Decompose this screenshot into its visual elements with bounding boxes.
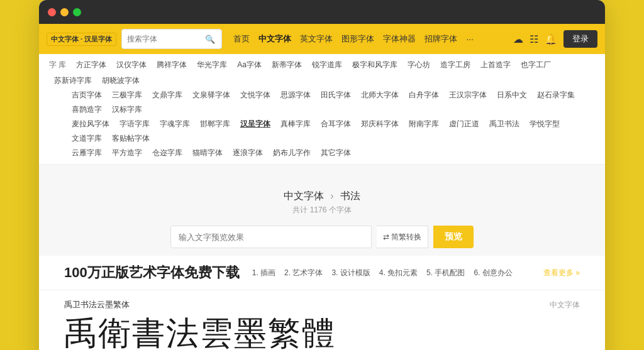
promo-link-5[interactable]: 5. 手机配图 bbox=[426, 268, 465, 278]
promo-title: 100万正版艺术字体免费下载 bbox=[64, 263, 240, 282]
font-nav-item[interactable]: 方正字体 bbox=[71, 58, 111, 72]
font-nav-item[interactable]: 郑庆科字体 bbox=[356, 117, 404, 131]
font-card-header: 禹卫书法云墨繁体 中文字体 bbox=[64, 299, 580, 310]
font-nav-item[interactable]: 造字工房 bbox=[435, 58, 475, 72]
font-nav-item[interactable]: 苏新诗字库 bbox=[49, 74, 97, 88]
font-nav-item[interactable]: 日系中文 bbox=[492, 88, 532, 102]
font-nav: 字 库 方正字体 汉仪字体 腾祥字体 华光字库 Aa字体 新蒂字体 锐字道库 极… bbox=[39, 54, 605, 165]
font-nav-item[interactable]: 王汉宗字体 bbox=[444, 88, 492, 102]
breadcrumb-area: 中文字体 › 书法 共计 1176 个字体 bbox=[39, 180, 605, 218]
navbar: 中文字体 · 汉呈字体 🔍 首页 中文字体 英文字体 图形字体 字体神器 招牌字… bbox=[39, 24, 605, 54]
font-nav-item[interactable]: 麦拉风字体 bbox=[67, 117, 114, 131]
preview-button[interactable]: 预览 bbox=[433, 226, 474, 248]
promo-banner: 100万正版艺术字体免费下载 1. 插画 2. 艺术字体 3. 设计模版 4. … bbox=[39, 256, 605, 290]
cloud-icon[interactable]: ☁ bbox=[513, 33, 523, 45]
font-nav-item[interactable]: 仓迩字库 bbox=[147, 146, 187, 160]
nav-icons: ☁ ☷ 🔔 登录 bbox=[513, 30, 597, 48]
font-nav-item[interactable]: 云雁字库 bbox=[67, 146, 107, 160]
breadcrumb-parent[interactable]: 中文字体 bbox=[284, 190, 324, 201]
font-nav-item[interactable]: 思源字体 bbox=[275, 88, 316, 102]
nav-home[interactable]: 首页 bbox=[233, 33, 250, 45]
nav-english[interactable]: 英文字体 bbox=[300, 33, 333, 45]
font-nav-item[interactable]: 文悦字体 bbox=[235, 88, 275, 102]
font-nav-item[interactable]: 字语字库 bbox=[114, 117, 155, 131]
font-nav-item[interactable]: 上首造字 bbox=[475, 58, 516, 72]
nav-signage[interactable]: 招牌字体 bbox=[425, 33, 457, 45]
font-nav-item[interactable]: 白舟字体 bbox=[404, 88, 444, 102]
close-button[interactable] bbox=[48, 8, 56, 16]
preview-input[interactable] bbox=[170, 226, 372, 248]
font-nav-item[interactable]: 腾祥字体 bbox=[152, 58, 192, 72]
font-nav-item[interactable]: 汉标字库 bbox=[107, 102, 147, 117]
font-nav-item[interactable]: 华光字库 bbox=[192, 58, 232, 72]
font-nav-item[interactable]: 胡晓波字体 bbox=[97, 74, 145, 88]
font-nav-item[interactable]: 禹卫书法 bbox=[484, 117, 525, 131]
brand-label: 中文字体 · 汉呈字体 bbox=[47, 33, 116, 46]
breadcrumb-current: 书法 bbox=[340, 190, 360, 201]
font-nav-item[interactable]: 北师大字体 bbox=[356, 88, 404, 102]
font-nav-item[interactable]: 奶布儿字作 bbox=[268, 146, 316, 160]
font-nav-item[interactable]: 猫晴字体 bbox=[187, 146, 228, 160]
font-nav-row1: 字 库 方正字体 汉仪字体 腾祥字体 华光字库 Aa字体 新蒂字体 锐字道库 极… bbox=[49, 58, 595, 88]
font-nav-item[interactable]: 虚门正道 bbox=[444, 117, 484, 131]
font-card-preview: 禹衛書法雲墨繁體 bbox=[64, 315, 580, 350]
grid-icon[interactable]: ☷ bbox=[530, 33, 538, 45]
font-nav-item[interactable]: 客贴帖字体 bbox=[107, 131, 155, 146]
main-content: 中文字体 › 书法 共计 1176 个字体 ⇄ 简繁转换 预览 100万正版艺术… bbox=[39, 165, 605, 350]
font-nav-item[interactable]: 新蒂字体 bbox=[267, 58, 307, 72]
promo-link-2[interactable]: 2. 艺术字体 bbox=[284, 268, 323, 278]
search-icon: 🔍 bbox=[205, 35, 215, 44]
nav-graphic[interactable]: 图形字体 bbox=[341, 33, 374, 45]
titlebar bbox=[39, 0, 605, 24]
font-nav-item[interactable]: 真棒字库 bbox=[275, 117, 316, 131]
font-nav-item[interactable]: 字心坊 bbox=[402, 58, 435, 72]
font-list: 禹卫书法云墨繁体 中文字体 禹衛書法雲墨繁體 ☆ 收藏 ↓ 本地下载 共2286… bbox=[39, 290, 605, 350]
font-nav-item-active[interactable]: 汉呈字体 bbox=[235, 117, 275, 131]
promo-link-6[interactable]: 6. 创意办公 bbox=[474, 268, 512, 278]
font-nav-item[interactable]: 三极字库 bbox=[107, 88, 147, 102]
font-nav-item[interactable]: 合耳字体 bbox=[316, 117, 356, 131]
font-nav-item[interactable]: 其它字体 bbox=[316, 146, 356, 160]
promo-links: 1. 插画 2. 艺术字体 3. 设计模版 4. 免扣元素 5. 手机配图 6.… bbox=[252, 268, 580, 278]
font-nav-item[interactable]: 邯郸字库 bbox=[195, 117, 235, 131]
font-nav-item[interactable]: Aa字体 bbox=[232, 58, 267, 72]
font-nav-item[interactable]: 逐浪字体 bbox=[228, 146, 268, 160]
font-nav-item[interactable]: 文道字库 bbox=[67, 131, 107, 146]
promo-link-4[interactable]: 4. 免扣元素 bbox=[379, 268, 418, 278]
font-nav-item[interactable]: 平方造字 bbox=[107, 146, 147, 160]
font-nav-item[interactable]: 极字和风字库 bbox=[347, 58, 402, 72]
font-nav-row3: 麦拉风字体 字语字库 字魂字库 邯郸字库 汉呈字体 真棒字库 合耳字体 郑庆科字… bbox=[49, 117, 595, 146]
login-button[interactable]: 登录 bbox=[564, 30, 597, 48]
bell-icon[interactable]: 🔔 bbox=[545, 33, 557, 45]
nav-chinese[interactable]: 中文字体 bbox=[258, 33, 291, 45]
maximize-button[interactable] bbox=[73, 8, 81, 16]
font-nav-item[interactable]: 文鼎字库 bbox=[147, 88, 187, 102]
font-nav-label: 字 库 bbox=[49, 60, 66, 70]
font-nav-item[interactable]: 锐字道库 bbox=[307, 58, 347, 72]
promo-more-link[interactable]: 查看更多 » bbox=[543, 268, 580, 278]
font-nav-item[interactable]: 字魂字库 bbox=[155, 117, 195, 131]
preview-bar: ⇄ 简繁转换 预览 bbox=[39, 218, 605, 256]
browser-window: 中文字体 · 汉呈字体 🔍 首页 中文字体 英文字体 图形字体 字体神器 招牌字… bbox=[39, 0, 605, 350]
font-nav-item[interactable]: 汉仪字体 bbox=[111, 58, 152, 72]
font-nav-row4: 云雁字库 平方造字 仓迩字库 猫晴字体 逐浪字体 奶布儿字作 其它字体 bbox=[49, 146, 595, 160]
promo-link-1[interactable]: 1. 插画 bbox=[252, 268, 275, 278]
font-nav-item[interactable]: 也字工厂 bbox=[516, 58, 556, 72]
nav-more-dots[interactable]: ··· bbox=[466, 34, 474, 44]
font-card-tag: 中文字体 bbox=[550, 300, 580, 310]
font-nav-item[interactable]: 附南字库 bbox=[404, 117, 444, 131]
search-input[interactable] bbox=[127, 35, 203, 43]
font-nav-row2: 吉页字体 三极字库 文鼎字库 文泉驿字体 文悦字体 思源字体 田氏字体 北师大字… bbox=[49, 88, 595, 117]
font-nav-item[interactable]: 文泉驿字体 bbox=[187, 88, 235, 102]
promo-link-3[interactable]: 3. 设计模版 bbox=[331, 268, 370, 278]
nav-tool[interactable]: 字体神器 bbox=[383, 33, 416, 45]
font-nav-item[interactable]: 喜鹊造字 bbox=[67, 102, 107, 117]
font-nav-item[interactable]: 赵石录字集 bbox=[532, 88, 580, 102]
minimize-button[interactable] bbox=[60, 8, 69, 16]
font-card: 禹卫书法云墨繁体 中文字体 禹衛書法雲墨繁體 ☆ 收藏 ↓ 本地下载 共2286… bbox=[64, 290, 580, 350]
convert-button[interactable]: ⇄ 简繁转换 bbox=[377, 226, 428, 248]
font-nav-item[interactable]: 学悦字型 bbox=[525, 117, 565, 131]
font-nav-item[interactable]: 吉页字体 bbox=[67, 88, 107, 102]
search-box[interactable]: 🔍 bbox=[121, 29, 222, 49]
font-nav-item[interactable]: 田氏字体 bbox=[316, 88, 356, 102]
